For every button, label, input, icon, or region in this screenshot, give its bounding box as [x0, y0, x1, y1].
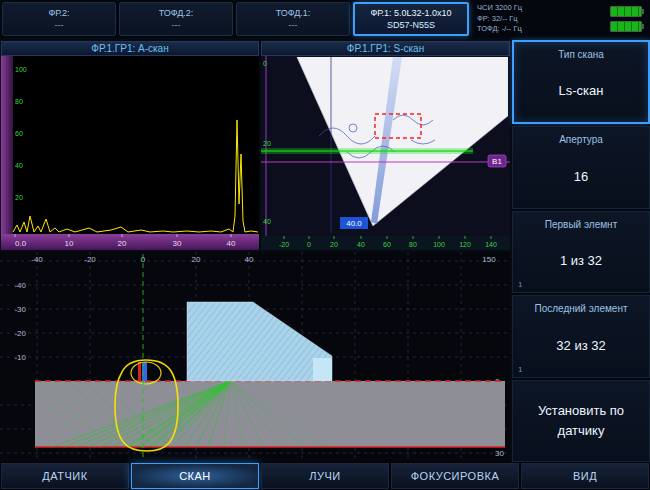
top-status-bar: ФР.2: --- ТОФД.2: --- ТОФД.1: --- ФР.1: … [0, 0, 650, 38]
b1-gate-label: B1 [492, 157, 502, 166]
sscan-header: ФР.1.ГР1: S-скан [261, 41, 510, 56]
first-element-badge: 1 [518, 280, 522, 289]
scan-type-cell[interactable]: Тип скана Ls-скан [512, 40, 650, 124]
depth-readout-value: 40.0 [346, 219, 362, 228]
svg-text:0: 0 [263, 60, 267, 67]
header-cell-tofd1[interactable]: ТОФД.1: --- [236, 2, 350, 36]
tab-focusing[interactable]: ФОКУСИРОВКА [391, 463, 519, 489]
header-cell-fr2[interactable]: ФР.2: --- [2, 2, 116, 36]
svg-text:150: 150 [482, 255, 496, 264]
profile-x-tick-labels: -40 -20 0 20 40 150 [31, 255, 496, 264]
header-cell-value: --- [289, 20, 298, 30]
svg-text:-20: -20 [279, 241, 289, 248]
svg-text:30: 30 [173, 239, 182, 248]
header-cell-label: ТОФД.1: [276, 8, 311, 18]
wedge-front-block [313, 358, 332, 381]
header-cell-value: --- [172, 20, 181, 30]
svg-text:140: 140 [485, 241, 497, 248]
svg-text:10: 10 [65, 239, 74, 248]
sscan-svg: B1 40.0 0 20 40 -20 0 20 40 60 80 [261, 56, 510, 250]
svg-text:30: 30 [495, 449, 504, 458]
parameter-sidebar: Тип скана Ls-скан Апертура 16 Первый эле… [512, 40, 650, 462]
defect-marker-red [138, 362, 141, 381]
last-element-cell[interactable]: Последний элемент 32 из 32 1 [512, 295, 650, 377]
last-element-value: 32 из 32 [513, 314, 649, 376]
battery-icon-1 [610, 6, 642, 17]
tab-probe[interactable]: ДАТЧИК [1, 463, 129, 489]
probe-wedge-hatch [187, 302, 332, 381]
ascan-y-axis-strip [1, 56, 13, 234]
svg-text:20: 20 [192, 255, 201, 264]
prf-info: ЧСИ 3200 Гц ФР: 32/-- Гц ТОФД: -/-- Гц [472, 2, 565, 36]
set-by-probe-label: Установить по датчику [513, 381, 649, 461]
profile-y-left-tick-labels: -40 -30 -20 -10 [14, 281, 26, 362]
ascan-header: ФР.1.ГР1: A-скан [1, 41, 259, 56]
svg-text:80: 80 [15, 98, 23, 105]
svg-text:100: 100 [15, 66, 27, 73]
battery-icon-2 [610, 21, 642, 32]
bottom-tab-bar: ДАТЧИК СКАН ЛУЧИ ФОКУСИРОВКА ВИД [0, 462, 650, 490]
set-by-probe-button[interactable]: Установить по датчику [512, 380, 650, 462]
last-element-badge: 1 [518, 365, 522, 374]
tab-scan[interactable]: СКАН [131, 463, 259, 489]
prf-line: ФР: 32/-- Гц [477, 14, 565, 25]
svg-text:-30: -30 [14, 305, 26, 314]
svg-text:60: 60 [15, 130, 23, 137]
aperture-cell[interactable]: Апертура 16 [512, 126, 650, 208]
ascan-waveform [13, 120, 258, 232]
prf-line: ЧСИ 3200 Гц [477, 3, 565, 14]
svg-text:40: 40 [227, 239, 236, 248]
svg-text:20: 20 [15, 194, 23, 201]
ascan-y-tick-labels: 100 80 60 40 20 [15, 66, 27, 201]
svg-text:120: 120 [459, 241, 471, 248]
svg-text:80: 80 [409, 241, 417, 248]
svg-text:-10: -10 [14, 353, 26, 362]
header-cell-tofd2[interactable]: ТОФД.2: --- [119, 2, 233, 36]
battery-area [568, 2, 648, 36]
header-cell-label: ФР.2: [48, 8, 69, 18]
aperture-value: 16 [513, 145, 649, 207]
svg-text:20: 20 [118, 239, 127, 248]
svg-text:100: 100 [433, 241, 445, 248]
header-cell-label: ФР.1: 5.0L32-1.0x10 [370, 8, 451, 18]
tab-rays[interactable]: ЛУЧИ [261, 463, 389, 489]
svg-text:40: 40 [263, 218, 271, 225]
svg-text:60: 60 [383, 241, 391, 248]
aperture-label: Апертура [513, 134, 649, 145]
last-element-label: Последний элемент [513, 303, 649, 314]
svg-text:40: 40 [15, 162, 23, 169]
svg-text:20: 20 [263, 140, 271, 147]
header-cell-value: SD57-N55S [387, 20, 435, 30]
header-cell-fr1-active[interactable]: ФР.1: 5.0L32-1.0x10 SD57-N55S [353, 2, 469, 36]
header-cell-value: --- [55, 20, 64, 30]
specimen-bar [35, 381, 505, 447]
header-cell-label: ТОФД.2: [159, 8, 194, 18]
sscan-y-tick-labels: 0 20 40 [263, 60, 271, 225]
geometry-svg: -40 -20 0 20 40 150 -40 -30 -20 -10 0 10… [0, 252, 510, 462]
first-element-value: 1 из 32 [513, 230, 649, 292]
prf-line: ТОФД: -/-- Гц [477, 24, 565, 35]
svg-text:-40: -40 [31, 255, 43, 264]
svg-text:0: 0 [307, 241, 311, 248]
scan-type-value: Ls-скан [514, 60, 648, 122]
ascan-view[interactable]: 100 80 60 40 20 0.0 10 20 30 40 [1, 56, 259, 250]
ascan-svg: 100 80 60 40 20 0.0 10 20 30 40 [1, 56, 259, 250]
svg-text:20: 20 [330, 241, 338, 248]
sscan-view[interactable]: B1 40.0 0 20 40 -20 0 20 40 60 80 [261, 56, 510, 250]
ascan-x-axis-strip [1, 234, 259, 250]
svg-text:-40: -40 [14, 281, 26, 290]
scan-type-label: Тип скана [514, 49, 648, 60]
svg-text:-20: -20 [14, 329, 26, 338]
svg-text:40: 40 [245, 255, 254, 264]
instrument-screen: ФР.2: --- ТОФД.2: --- ТОФД.1: --- ФР.1: … [0, 0, 650, 490]
geometry-view[interactable]: -40 -20 0 20 40 150 -40 -30 -20 -10 0 10… [0, 252, 510, 462]
svg-text:-20: -20 [84, 255, 96, 264]
svg-text:0.0: 0.0 [15, 239, 27, 248]
first-element-cell[interactable]: Первый элемнт 1 из 32 1 [512, 211, 650, 293]
tab-view[interactable]: ВИД [521, 463, 649, 489]
svg-text:40: 40 [357, 241, 365, 248]
first-element-label: Первый элемнт [513, 219, 649, 230]
